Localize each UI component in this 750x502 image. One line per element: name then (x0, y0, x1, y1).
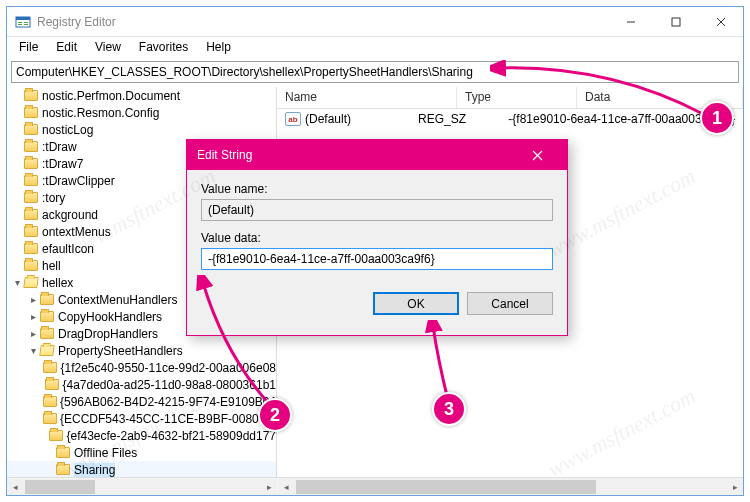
folder-icon (39, 293, 55, 307)
folder-icon (49, 429, 63, 443)
dialog-buttons: OK Cancel (187, 292, 567, 327)
tree-item[interactable]: {1f2e5c40-9550-11ce-99d2-00aa006e08 (7, 359, 276, 376)
tree-item-label: {ef43ecfe-2ab9-4632-bf21-58909dd177 (66, 429, 276, 443)
minimize-button[interactable] (608, 7, 653, 36)
maximize-button[interactable] (653, 7, 698, 36)
svg-rect-2 (18, 22, 22, 23)
folder-icon (23, 242, 39, 256)
svg-rect-5 (24, 24, 28, 25)
folder-icon (45, 378, 59, 392)
annotation-bubble-2: 2 (258, 398, 292, 432)
tree-item[interactable]: ▾PropertySheetHandlers (7, 342, 276, 359)
address-text: Computer\HKEY_CLASSES_ROOT\Directory\she… (16, 65, 473, 79)
scroll-left-icon[interactable]: ◂ (7, 479, 23, 495)
folder-icon (43, 361, 57, 375)
tree-item-label: nostic.Resmon.Config (42, 106, 159, 120)
tree-item[interactable]: Offline Files (7, 444, 276, 461)
tree-item-label: Sharing (74, 463, 115, 477)
tree-item-label: {4a7ded0a-ad25-11d0-98a8-0800361b1 (62, 378, 276, 392)
menu-file[interactable]: File (11, 38, 46, 56)
folder-icon (23, 174, 39, 188)
tree-item[interactable]: {ef43ecfe-2ab9-4632-bf21-58909dd177 (7, 427, 276, 444)
cell-name: ab(Default) (277, 112, 410, 126)
scroll-thumb[interactable] (296, 480, 596, 494)
folder-icon (43, 412, 57, 426)
tree-item-label: efaultIcon (42, 242, 94, 256)
folder-icon (23, 225, 39, 239)
tree-item-label: :tDrawClipper (42, 174, 115, 188)
folder-icon (23, 106, 39, 120)
tree-item-label: hell (42, 259, 61, 273)
dialog-titlebar[interactable]: Edit String (187, 140, 567, 170)
dialog-body: Value name: Value data: (187, 170, 567, 292)
tree-item-label: :tory (42, 191, 65, 205)
tree-item-label: CopyHookHandlers (58, 310, 162, 324)
tree-item[interactable]: {ECCDF543-45CC-11CE-B9BF-0080C87 (7, 410, 276, 427)
tree-item[interactable]: nostic.Perfmon.Document (7, 87, 276, 104)
dialog-title-text: Edit String (197, 148, 517, 162)
tree-item-label: ontextMenus (42, 225, 111, 239)
tree-scrollbar-h[interactable]: ◂ ▸ (7, 479, 277, 495)
cell-type: REG_SZ (410, 112, 500, 126)
chevron-right-icon[interactable]: ▸ (27, 294, 39, 305)
folder-icon (23, 157, 39, 171)
chevron-right-icon[interactable]: ▸ (27, 328, 39, 339)
tree-item-label: nostic.Perfmon.Document (42, 89, 180, 103)
tree-item[interactable]: nostic.Resmon.Config (7, 104, 276, 121)
svg-rect-1 (16, 17, 30, 20)
col-name[interactable]: Name (277, 87, 457, 108)
scroll-right-icon[interactable]: ▸ (727, 479, 743, 495)
list-row[interactable]: ab(Default)REG_SZ-{f81e9010-6ea4-11ce-a7… (277, 109, 743, 129)
statusbar: ◂ ▸ ◂ ▸ (7, 477, 743, 495)
folder-icon (39, 310, 55, 324)
menubar: File Edit View Favorites Help (7, 37, 743, 57)
folder-icon (23, 123, 39, 137)
string-value-icon: ab (285, 112, 301, 126)
scroll-right-icon[interactable]: ▸ (261, 479, 277, 495)
value-data-field[interactable] (201, 248, 553, 270)
cancel-button[interactable]: Cancel (467, 292, 553, 315)
tree-item-label: ContextMenuHandlers (58, 293, 177, 307)
svg-rect-4 (24, 22, 28, 23)
address-bar[interactable]: Computer\HKEY_CLASSES_ROOT\Directory\she… (11, 61, 739, 83)
edit-string-dialog: Edit String Value name: Value data: OK C… (186, 139, 568, 336)
folder-icon (39, 344, 55, 358)
col-type[interactable]: Type (457, 87, 577, 108)
list-scrollbar-h[interactable]: ◂ ▸ (278, 479, 743, 495)
chevron-right-icon[interactable]: ▸ (27, 311, 39, 322)
tree-item-label: {ECCDF543-45CC-11CE-B9BF-0080C87 (60, 412, 277, 426)
folder-icon (23, 208, 39, 222)
tree-item-label: :tDraw (42, 140, 77, 154)
window-controls (608, 7, 743, 36)
tree-item[interactable]: Sharing (7, 461, 276, 477)
close-button[interactable] (698, 7, 743, 36)
window-title: Registry Editor (37, 15, 608, 29)
menu-edit[interactable]: Edit (48, 38, 85, 56)
tree-item-label: nosticLog (42, 123, 93, 137)
tree-item-label: Offline Files (74, 446, 137, 460)
annotation-bubble-3: 3 (432, 392, 466, 426)
menu-help[interactable]: Help (198, 38, 239, 56)
chevron-down-icon[interactable]: ▾ (27, 345, 39, 356)
svg-rect-7 (672, 18, 680, 26)
tree-item-label: {596AB062-B4D2-4215-9F74-E9109B0A (60, 395, 277, 409)
chevron-down-icon[interactable]: ▾ (11, 277, 23, 288)
menu-favorites[interactable]: Favorites (131, 38, 196, 56)
ok-button[interactable]: OK (373, 292, 459, 315)
folder-icon (23, 191, 39, 205)
tree-item[interactable]: nosticLog (7, 121, 276, 138)
annotation-bubble-1: 1 (700, 101, 734, 135)
tree-item[interactable]: {596AB062-B4D2-4215-9F74-E9109B0A (7, 393, 276, 410)
menu-view[interactable]: View (87, 38, 129, 56)
list-header: Name Type Data (277, 87, 743, 109)
scroll-left-icon[interactable]: ◂ (278, 479, 294, 495)
folder-icon (23, 89, 39, 103)
tree-item-label: hellex (42, 276, 73, 290)
folder-icon (43, 395, 57, 409)
folder-icon (23, 276, 39, 290)
dialog-close-button[interactable] (517, 141, 557, 169)
scroll-thumb[interactable] (25, 480, 95, 494)
tree-item-label: PropertySheetHandlers (58, 344, 183, 358)
tree-item[interactable]: {4a7ded0a-ad25-11d0-98a8-0800361b1 (7, 376, 276, 393)
folder-icon (23, 140, 39, 154)
